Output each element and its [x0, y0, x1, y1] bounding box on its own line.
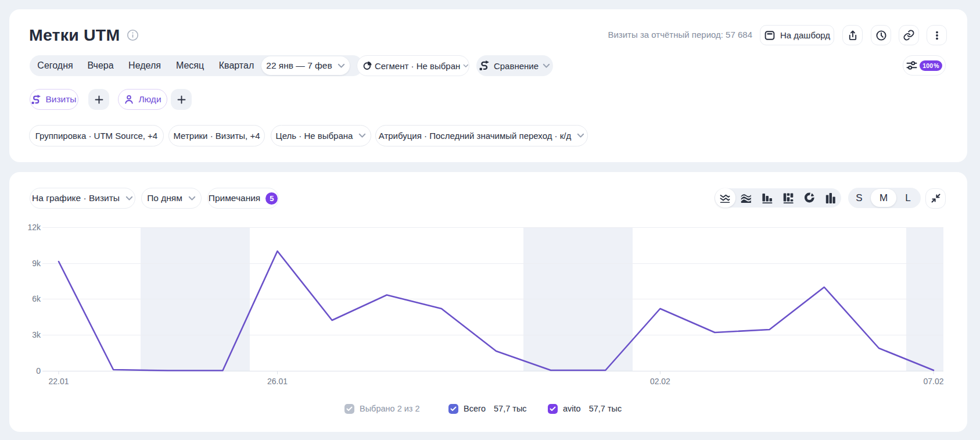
svg-text:0: 0 [36, 366, 41, 375]
svg-text:9k: 9k [32, 259, 41, 268]
svg-text:12k: 12k [27, 223, 41, 232]
svg-text:07.02: 07.02 [923, 377, 943, 386]
svg-text:26.01: 26.01 [267, 377, 288, 386]
svg-text:3k: 3k [32, 330, 41, 339]
svg-text:6k: 6k [32, 294, 41, 303]
svg-text:22.01: 22.01 [48, 377, 69, 386]
svg-text:02.02: 02.02 [650, 377, 670, 386]
